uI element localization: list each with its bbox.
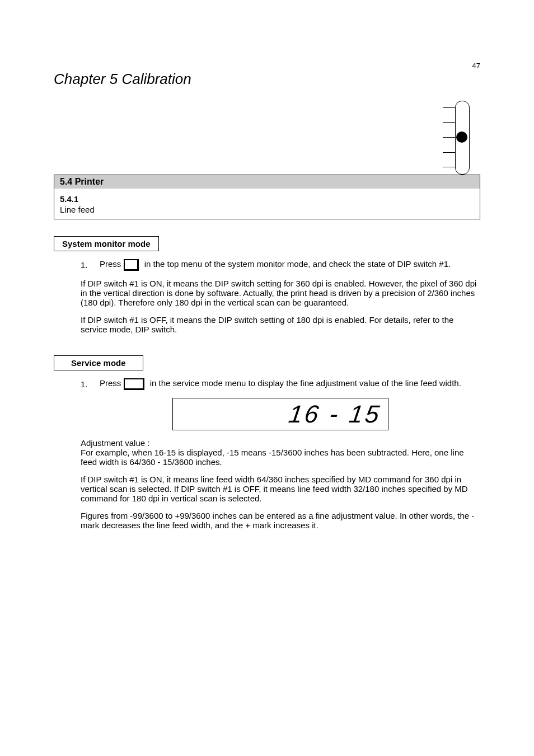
mode-box-service: Service mode xyxy=(54,355,143,370)
section-number-title: 5.4 Printer xyxy=(54,175,480,189)
key-f-icon: F xyxy=(124,259,139,271)
step-text: Press xyxy=(100,259,124,269)
seven-segment-display: 16 - 15 xyxy=(287,402,383,426)
display-readout-box: 16 - 15 xyxy=(172,398,388,430)
note-paragraph: If DIP switch #1 is OFF, it means the DI… xyxy=(81,315,480,334)
step-number: 1. xyxy=(81,379,100,389)
key-16-icon: 16 xyxy=(124,378,144,390)
thermometer-icon xyxy=(443,101,469,173)
chapter-title: Chapter 5 Calibration xyxy=(54,71,480,88)
subsection-number: 5.4.1 xyxy=(60,194,474,204)
step-text: in the top menu of the system monitor mo… xyxy=(144,259,451,269)
step-number: 1. xyxy=(81,260,100,270)
step-1b: 1. Press 16 in the service mode menu to … xyxy=(81,378,480,390)
subsection-title: Line feed xyxy=(60,205,474,214)
step-text: in the service mode menu to display the … xyxy=(150,378,461,388)
step-1a: 1. Press F in the top menu of the system… xyxy=(81,259,480,271)
adjustment-label: Adjustment value : xyxy=(81,438,149,448)
body-paragraph: If DIP switch #1 is ON, it means line fe… xyxy=(81,475,480,503)
note-paragraph: If DIP switch #1 is ON, it means the DIP… xyxy=(81,279,480,307)
step-text: Press xyxy=(100,378,124,388)
mode-box-system-monitor: System monitor mode xyxy=(54,236,159,251)
body-paragraph: For example, when 16-15 is displayed, -1… xyxy=(81,448,464,467)
page-number: 47 xyxy=(472,62,480,70)
body-paragraph: Figures from -99/3600 to +99/3600 inches… xyxy=(81,511,480,530)
section-header-box: 5.4 Printer 5.4.1 Line feed xyxy=(54,175,480,219)
